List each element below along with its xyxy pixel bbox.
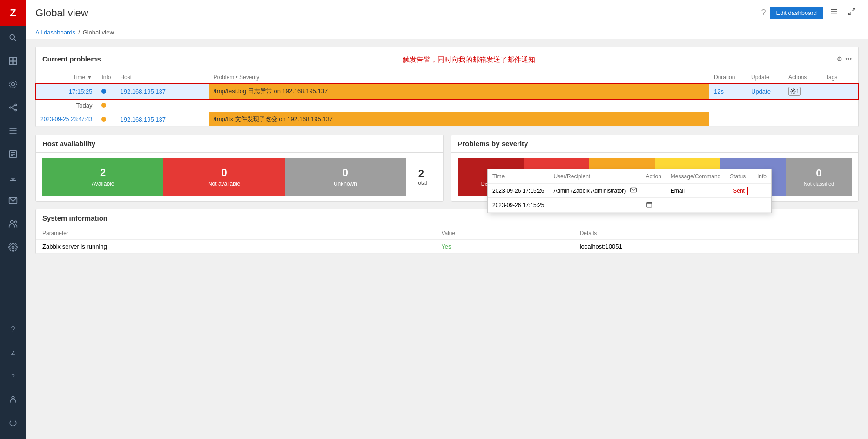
action-badge[interactable]: 1 xyxy=(788,87,801,96)
avail-count-not-available: 0 xyxy=(221,167,227,179)
help-button[interactable]: ? xyxy=(761,8,766,18)
problem-update[interactable]: Update xyxy=(747,84,784,99)
severity-count-notclassified: 0 xyxy=(816,167,821,179)
sysinfo-col-value: Value xyxy=(435,227,573,240)
action-popup: Time User/Recipient Action Message/Comma… xyxy=(487,169,772,213)
sidebar-item-services[interactable] xyxy=(0,96,26,119)
avail-bars: 2 Available 0 Not available 0 Unknown xyxy=(42,158,406,196)
svg-point-22 xyxy=(10,221,13,224)
svg-point-6 xyxy=(12,83,15,86)
sysinfo-details: localhost:10051 xyxy=(573,240,858,254)
avail-bar-unknown: 0 Unknown xyxy=(285,158,406,196)
popup-message2 xyxy=(666,198,725,213)
edit-dashboard-button[interactable]: Edit dashboard xyxy=(770,7,823,19)
today-spacer xyxy=(115,99,858,112)
sidebar-item-profile[interactable] xyxy=(0,388,26,411)
popup-message: Email xyxy=(666,184,725,198)
host-availability-header: Host availability xyxy=(36,135,443,153)
sidebar-item-zabbix-brand[interactable]: Z xyxy=(0,341,26,365)
popup-time2: 2023-09-26 17:15:25 xyxy=(488,198,549,213)
popup-status: Sent xyxy=(725,184,753,198)
popup-row: 2023-09-26 17:15:26 Admin (Zabbix Admini… xyxy=(488,184,771,198)
popup-info2 xyxy=(753,198,771,213)
problem-duration: 12s xyxy=(709,84,747,99)
problem-host[interactable]: 192.168.195.137 xyxy=(115,112,209,127)
widget-header: Current problems 触发告警，同时向我的邮箱发送了邮件通知 ⚙ •… xyxy=(36,47,858,71)
sidebar: Z ? Z ? xyxy=(0,0,26,439)
main-content: Global view ? Edit dashboard All dashboa… xyxy=(26,0,868,439)
sidebar-item-users[interactable] xyxy=(0,212,26,236)
alert-text: 触发告警，同时向我的邮箱发送了邮件通知 xyxy=(403,52,535,66)
severity-bar-notclassified: 0 Not classified xyxy=(786,158,852,196)
sidebar-item-help2[interactable]: ? xyxy=(0,365,26,388)
svg-point-24 xyxy=(12,246,14,249)
avail-label-not-available: Not available xyxy=(208,181,240,187)
system-info-title: System information xyxy=(42,214,108,222)
svg-line-29 xyxy=(853,8,855,11)
sidebar-item-mail[interactable] xyxy=(0,189,26,212)
popup-col-message: Message/Command xyxy=(666,169,725,184)
svg-line-12 xyxy=(11,108,15,110)
problems-severity-header: Problems by severity xyxy=(451,135,859,153)
severity-label-notclassified: Not classified xyxy=(804,181,834,187)
breadcrumb-current: Global view xyxy=(83,29,114,36)
sidebar-item-inventory[interactable] xyxy=(0,119,26,142)
sysinfo-table: Parameter Value Details Zabbix server is… xyxy=(36,227,858,254)
avail-total: 2 Total xyxy=(406,168,436,186)
popup-col-info: Info xyxy=(753,169,771,184)
avail-total-count: 2 xyxy=(418,168,424,180)
widget-more-icon[interactable]: ••• xyxy=(845,55,852,62)
popup-status2 xyxy=(725,198,753,213)
table-row: 2023-09-25 23:47:43 192.168.195.137 /tmp… xyxy=(36,112,858,127)
sidebar-item-monitoring[interactable] xyxy=(0,73,26,96)
svg-rect-4 xyxy=(10,61,13,65)
info-dot-orange xyxy=(101,103,106,108)
problem-description: /tmp/test.log 日志异常 on 192.168.195.137 xyxy=(209,84,709,99)
menu-button[interactable] xyxy=(827,6,841,20)
avail-label-unknown: Unknown xyxy=(334,181,357,187)
widget-title: Current problems xyxy=(42,55,101,63)
widget-settings-icon[interactable]: ⚙ xyxy=(837,55,842,62)
app-logo[interactable]: Z xyxy=(0,0,26,26)
avail-total-label: Total xyxy=(415,180,427,186)
host-availability-title: Host availability xyxy=(42,140,95,148)
sidebar-item-search[interactable] xyxy=(0,26,26,49)
problem-duration xyxy=(709,112,747,127)
popup-header-row: Time User/Recipient Action Message/Comma… xyxy=(488,169,771,184)
avail-count-unknown: 0 xyxy=(343,167,348,179)
sidebar-item-dashboard[interactable] xyxy=(0,49,26,73)
popup-col-status: Status xyxy=(725,169,753,184)
popup-action2 xyxy=(641,198,666,213)
problem-actions[interactable]: 1 xyxy=(784,84,821,99)
svg-point-8 xyxy=(10,107,11,108)
sidebar-item-settings[interactable] xyxy=(0,236,26,259)
breadcrumb-all-dashboards[interactable]: All dashboards xyxy=(35,29,75,36)
problem-info-dot xyxy=(97,112,115,127)
problem-host[interactable]: 192.168.195.137 xyxy=(115,84,209,99)
page-header: Global view ? Edit dashboard xyxy=(26,0,868,26)
sidebar-item-support[interactable]: ? xyxy=(0,318,26,341)
col-info: Info xyxy=(97,71,115,84)
problem-tags xyxy=(821,84,858,99)
avail-bar-not-available: 0 Not available xyxy=(163,158,284,196)
popup-col-time: Time xyxy=(488,169,549,184)
popup-action xyxy=(641,184,666,198)
popup-time: 2023-09-26 17:15:26 xyxy=(488,184,549,198)
table-row-separator: Today xyxy=(36,99,858,112)
sysinfo-parameter: Zabbix server is running xyxy=(36,240,435,254)
fullscreen-button[interactable] xyxy=(845,6,859,20)
svg-rect-3 xyxy=(13,58,17,61)
sidebar-item-reports[interactable] xyxy=(0,142,26,166)
svg-line-1 xyxy=(14,39,16,41)
sidebar-item-download[interactable] xyxy=(0,166,26,189)
svg-point-10 xyxy=(15,109,16,111)
sysinfo-value: Yes xyxy=(435,240,573,254)
today-label: Today xyxy=(36,99,97,112)
current-problems-widget: Current problems 触发告警，同时向我的邮箱发送了邮件通知 ⚙ •… xyxy=(35,47,859,127)
problem-tags xyxy=(821,112,858,127)
breadcrumb-separator: / xyxy=(78,29,80,36)
today-dot xyxy=(97,99,115,112)
sidebar-item-power[interactable] xyxy=(0,411,26,434)
table-header-row: Time ▼ Info Host Problem • Severity Dura… xyxy=(36,71,858,84)
svg-line-30 xyxy=(848,13,851,15)
